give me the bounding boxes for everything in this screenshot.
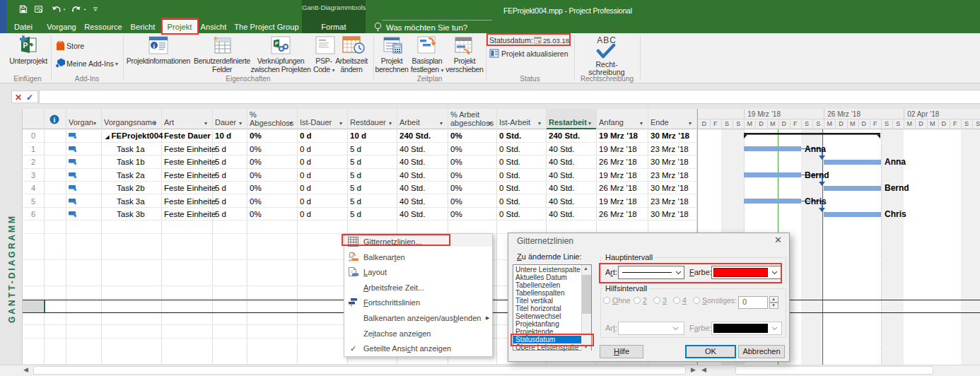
svg-text:P: P [275,41,279,46]
svg-text:i: i [54,116,56,124]
